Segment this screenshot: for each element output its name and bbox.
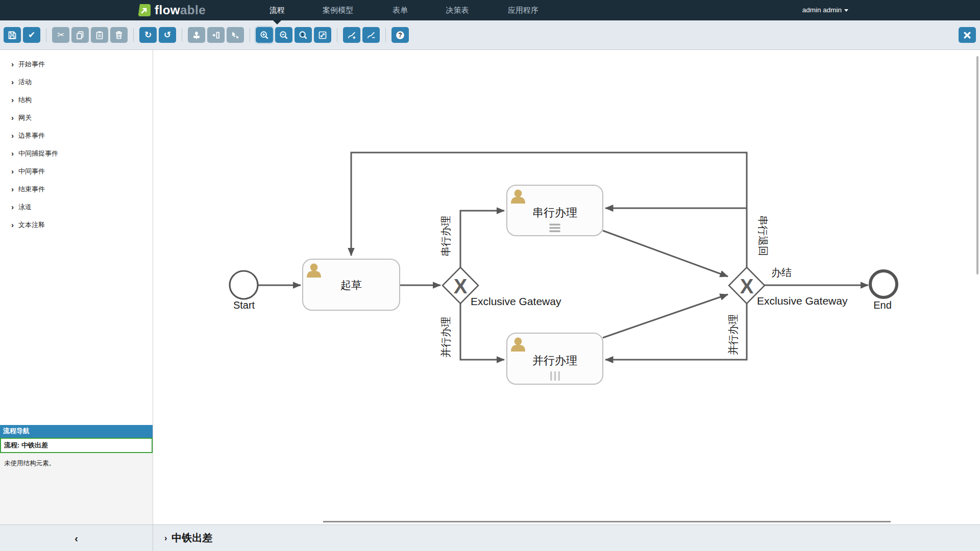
palette-group-structure[interactable]: ›结构 [0,91,153,109]
save-button[interactable] [4,27,21,43]
help-button[interactable]: ? [391,27,409,43]
user-menu[interactable]: admin admin [802,0,848,20]
parallel-multi-instance-icon [550,371,560,381]
cut-button[interactable]: ✂ [52,27,69,43]
diagram-canvas[interactable]: Start 起草 串行办理 并行办理 [153,50,980,524]
edge-label-parallel-return: 并行办理 [727,314,739,355]
palette-sidebar: ›开始事件 ›活动 ›结构 ›网关 ›边界事件 ›中间捕捉事件 ›中间事件 ›结… [0,50,153,524]
zoom-actual-button[interactable]: 1 [295,27,312,43]
zoom-fit-button[interactable] [314,27,331,43]
collapse-sidebar-button[interactable]: ‹ [75,533,78,543]
breadcrumb-process-name: 中铁出差 [172,531,212,545]
copy-button[interactable] [71,27,89,43]
zoom-in-button[interactable] [256,27,273,43]
end-event[interactable] [870,271,897,297]
align-button[interactable] [188,27,205,43]
toolbar-separator [337,28,337,42]
help-icon: ? [395,30,405,40]
toolbar-separator [250,28,250,42]
palette-group-swimlanes[interactable]: ›泳道 [0,198,153,216]
palette-group-label: 开始事件 [18,60,45,69]
chevron-right-icon: › [11,95,14,104]
delete-button[interactable] [110,27,128,43]
process-breadcrumb[interactable]: › 中铁出差 [153,525,980,551]
edge-gateway1-to-serial[interactable] [460,211,504,267]
zoom-fit-icon [317,30,328,40]
palette-group-gateways[interactable]: ›网关 [0,109,153,127]
chevron-right-icon: › [11,78,14,86]
palette-group-label: 结构 [18,95,32,105]
zoom-out-icon [279,30,289,40]
undo-button[interactable]: ↺ [159,27,176,43]
palette-group-activities[interactable]: ›活动 [0,73,153,91]
tab-forms[interactable]: 表单 [393,0,408,20]
chevron-right-icon: › [11,149,14,158]
tab-case-models[interactable]: 案例模型 [323,0,353,20]
zoom-out-button[interactable] [275,27,292,43]
tab-process[interactable]: 流程 [270,0,285,20]
copy-icon [75,30,85,40]
toolbar-separator [385,28,386,42]
user-menu-label: admin admin [802,0,842,20]
edge-label-to-serial: 串行办理 [440,216,451,257]
palette-group-boundary-events[interactable]: ›边界事件 [0,127,153,144]
palette-group-label: 文本注释 [18,220,45,230]
tab-apps[interactable]: 应用程序 [508,0,538,20]
horizontal-scrollbar[interactable] [323,521,891,522]
svg-text:1: 1 [301,32,304,37]
palette-group-intermediate-catching-events[interactable]: ›中间捕捉事件 [0,144,153,162]
close-icon [962,30,972,40]
gateway2-label: Exclusive Gateway [757,295,848,307]
palette-group-label: 活动 [18,78,32,87]
same-size-icon [211,30,221,40]
palette-group-label: 结束事件 [18,185,45,194]
zoom-in-icon [259,30,270,40]
paste-button[interactable] [91,27,108,43]
palette-group-end-events[interactable]: ›结束事件 [0,180,153,198]
edge-parallel-to-gateway2[interactable] [603,294,728,338]
close-editor-button[interactable] [959,27,976,43]
start-event-label: Start [233,299,255,311]
remove-bendpoint-button[interactable] [362,27,380,43]
flowable-logo[interactable]: flowable [138,3,206,17]
chevron-right-icon: › [11,60,14,68]
active-tab-pointer-icon [273,20,281,24]
process-navigator-panel: 流程导航 流程: 中铁出差 未使用结构元素。 [0,425,153,524]
navigator-empty-note: 未使用结构元素。 [0,453,153,474]
flowable-logo-icon [138,4,151,17]
undo-icon: ↺ [164,31,171,39]
align-icon [191,30,202,40]
validate-button[interactable]: ✔ [23,27,40,43]
navigator-selected-process[interactable]: 流程: 中铁出差 [0,438,153,453]
vertical-scrollbar[interactable] [976,56,978,274]
chevron-right-icon: › [11,220,14,229]
svg-text:?: ? [398,32,402,39]
palette-group-label: 中间捕捉事件 [18,149,58,158]
move-bendpoint-button[interactable] [227,27,244,43]
zoom-actual-icon: 1 [298,30,308,40]
palette-group-intermediate-events[interactable]: ›中间事件 [0,162,153,180]
palette-group-label: 边界事件 [18,131,45,140]
navigator-title: 流程导航 [0,425,153,438]
add-bendpoint-icon [347,30,357,40]
add-bendpoint-button[interactable] [343,27,360,43]
scissors-icon: ✂ [57,31,64,39]
chevron-right-icon: › [11,113,14,122]
edge-serial-to-gateway2[interactable] [603,231,728,277]
gateway-x-icon: X [454,275,468,297]
task-draft-label: 起草 [340,279,362,291]
edge-label-serial-return: 串行退回 [757,215,769,256]
sidebar-footer: ‹ [0,525,153,551]
tab-decision-tables[interactable]: 决策表 [446,0,469,20]
task-parallel-label: 并行办理 [532,354,577,367]
edge-gateway1-to-parallel[interactable] [460,304,504,360]
start-event[interactable] [230,271,258,299]
redo-button[interactable]: ↻ [139,27,157,43]
same-size-button[interactable] [207,27,225,43]
gateway1-label: Exclusive Gateway [471,295,561,307]
palette-group-start-events[interactable]: ›开始事件 [0,55,153,73]
palette-group-label: 中间事件 [18,167,45,176]
edge-label-complete: 办结 [771,267,792,278]
task-serial-label: 串行办理 [532,206,577,219]
palette-group-text-annotation[interactable]: ›文本注释 [0,216,153,234]
